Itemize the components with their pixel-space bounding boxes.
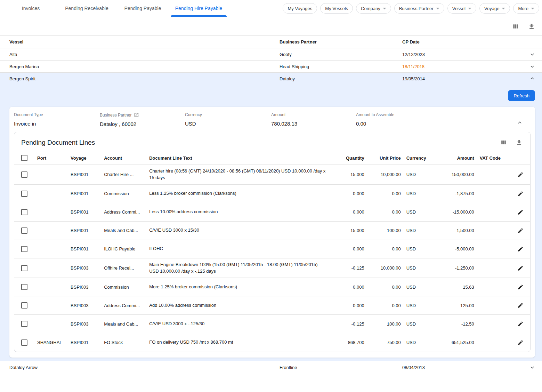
tab-pending-hire-payable[interactable]: Pending Hire Payable: [171, 0, 227, 17]
tab-strip: Invoices Pending Receivable Pending Paya…: [3, 0, 227, 17]
vat-code-cell: [477, 278, 511, 296]
amount-to-assemble-value: 0.00: [356, 121, 531, 127]
document-line-row[interactable]: BSPI003 Commission More 1.25% broker com…: [14, 278, 530, 296]
quantity-column-header: Quantity: [331, 151, 367, 165]
amount-cell: 651,525.00: [432, 333, 477, 352]
currency-cell: USD: [404, 240, 432, 258]
chevron-down-icon[interactable]: [529, 63, 536, 70]
row-checkbox[interactable]: [21, 246, 27, 252]
document-line-row[interactable]: SHANGHAI BSPI001 FO Stock FO on delivery…: [14, 333, 530, 352]
currency-cell: USD: [404, 165, 432, 185]
chevron-up-icon[interactable]: [516, 119, 523, 126]
chevron-down-icon[interactable]: [529, 51, 536, 58]
edit-line-pencil-icon[interactable]: [517, 208, 524, 216]
document-line-row[interactable]: BSPI001 ILOHC Payable ILOHC 0.000 0.00 U…: [14, 240, 530, 258]
unit-price-cell: 750.00: [367, 333, 404, 352]
more-filter-dropdown[interactable]: More: [513, 3, 539, 14]
port-cell: [34, 165, 68, 185]
company-filter-dropdown[interactable]: Company: [356, 3, 391, 14]
row-checkbox[interactable]: [21, 227, 27, 234]
document-line-row[interactable]: BSPI003 Offhire Recei... Main Engine Bre…: [14, 258, 530, 278]
document-line-row[interactable]: BSPI003 Meals and Cab... C/V/E USD 3000 …: [14, 315, 530, 333]
tab-pending-payable[interactable]: Pending Payable: [115, 0, 171, 17]
vessel-row-alta[interactable]: Alta Goofy 12/12/2023: [0, 48, 542, 60]
account-cell: ILOHC Payable: [101, 240, 146, 258]
document-line-row[interactable]: BSPI001 Meals and Cab... C/V/E USD 3000 …: [14, 221, 530, 240]
vessel-row-bergen-spirit[interactable]: Bergen Spirit Dataloy 19/05/2014: [0, 72, 542, 85]
business-partner-name: Head Shipping: [280, 64, 402, 69]
voyage-cell: BSPI001: [68, 221, 101, 240]
pill-label: My Voyages: [288, 6, 312, 11]
quantity-cell: 15.000: [331, 165, 367, 185]
vessel-row-dataloy-arrow[interactable]: Dataloy Arrow Frontline 08/04/2013: [0, 361, 542, 374]
row-checkbox[interactable]: [21, 302, 27, 309]
business-partner-filter-dropdown[interactable]: Business Partner: [394, 3, 444, 14]
vat-code-cell: [477, 165, 511, 185]
edit-line-pencil-icon[interactable]: [517, 190, 524, 198]
edit-line-pencil-icon[interactable]: [517, 227, 524, 234]
document-line-row[interactable]: BSPI001 Charter Hire ... Charter hire (0…: [14, 165, 530, 185]
vessel-row-bergen-marina[interactable]: Bergen Marina Head Shipping 18/11/2018: [0, 60, 542, 72]
row-checkbox[interactable]: [21, 284, 27, 290]
amount-cell: -5,000.00: [432, 240, 477, 258]
business-partner-name: Dataloy: [280, 76, 402, 81]
port-cell: [34, 296, 68, 315]
document-line-row[interactable]: BSPI001 Address Commi... Less 10.00% add…: [14, 203, 530, 221]
filter-pills: My Voyages My Vessels Company Business P…: [283, 3, 542, 14]
row-checkbox[interactable]: [21, 209, 27, 215]
document-line-text-cell: More 1.25% broker commission (Clarksons): [146, 278, 330, 296]
voyage-cell: BSPI001: [68, 184, 101, 203]
document-line-text-cell: Less 1.25% broker commission (Clarksons): [146, 184, 330, 203]
document-line-row[interactable]: BSPI003 Address Commi... Add 10.00% addr…: [14, 296, 530, 315]
select-all-checkbox[interactable]: [21, 155, 27, 161]
dropdown-caret-icon: [436, 8, 439, 9]
document-type-label: Document Type: [14, 112, 100, 117]
open-in-new-icon[interactable]: [134, 112, 139, 118]
tab-pending-receivable[interactable]: Pending Receivable: [59, 0, 115, 17]
chevron-up-icon[interactable]: [529, 75, 536, 82]
currency-field: Currency USD: [185, 112, 271, 127]
chevron-down-icon[interactable]: [529, 364, 536, 371]
pill-label: Vessel: [452, 6, 466, 11]
edit-line-pencil-icon[interactable]: [517, 283, 524, 291]
refresh-button[interactable]: Refresh: [508, 90, 535, 101]
columns-icon[interactable]: [511, 22, 520, 31]
download-icon[interactable]: [527, 22, 536, 31]
voyage-cell: BSPI001: [68, 165, 101, 185]
edit-line-pencil-icon[interactable]: [517, 264, 524, 272]
row-checkbox[interactable]: [21, 171, 27, 178]
download-icon[interactable]: [515, 138, 523, 146]
my-vessels-filter-button[interactable]: My Vessels: [320, 3, 353, 14]
edit-line-pencil-icon[interactable]: [517, 245, 524, 253]
edit-line-pencil-icon[interactable]: [517, 320, 524, 328]
my-voyages-filter-button[interactable]: My Voyages: [283, 3, 317, 14]
document-line-text-cell: C/V/E USD 3000 x 15/30: [146, 221, 330, 240]
columns-icon[interactable]: [500, 138, 508, 146]
row-checkbox[interactable]: [21, 191, 27, 197]
quantity-cell: -0.125: [331, 315, 367, 333]
cp-date-value: 08/04/2013: [402, 365, 523, 370]
vat-code-cell: [477, 203, 511, 221]
quantity-cell: 868.700: [331, 333, 367, 352]
edit-line-pencil-icon[interactable]: [517, 339, 524, 346]
port-column-header: Port: [34, 151, 68, 165]
account-cell: Commission: [101, 278, 146, 296]
quantity-cell: 0.000: [331, 184, 367, 203]
row-checkbox[interactable]: [21, 265, 27, 271]
pill-label: Voyage: [484, 6, 499, 11]
amount-cell: -1,250.00: [432, 258, 477, 278]
voyage-filter-dropdown[interactable]: Voyage: [479, 3, 510, 14]
row-checkbox[interactable]: [21, 339, 27, 346]
cp-date-value: 19/05/2014: [402, 76, 523, 81]
edit-line-pencil-icon[interactable]: [517, 302, 524, 309]
edit-line-pencil-icon[interactable]: [517, 171, 524, 178]
unit-price-cell: 0.00: [367, 184, 404, 203]
amount-cell: 1,500.00: [432, 221, 477, 240]
row-checkbox[interactable]: [21, 321, 27, 327]
document-line-row[interactable]: BSPI001 Commission Less 1.25% broker com…: [14, 184, 530, 203]
voyage-cell: BSPI003: [68, 258, 101, 278]
voyage-column-header: Voyage: [68, 151, 101, 165]
port-cell: [34, 315, 68, 333]
vessel-filter-dropdown[interactable]: Vessel: [447, 3, 476, 14]
tab-invoices[interactable]: Invoices: [3, 0, 59, 17]
